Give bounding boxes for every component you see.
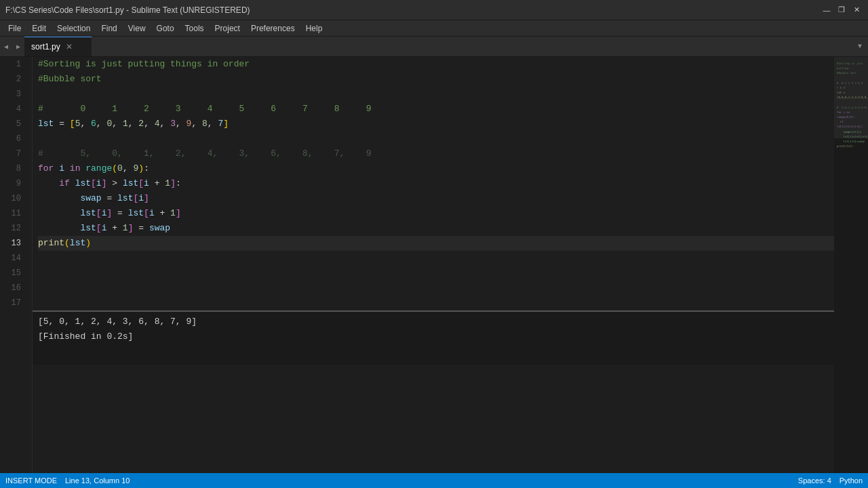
line-num-12: 12	[0, 221, 26, 236]
menu-view[interactable]: View	[123, 22, 151, 35]
title-bar: F:\CS Series\Code Files\sort1.py - Subli…	[0, 0, 868, 20]
line-numbers: 1 2 3 4 5 6 7 8 9 10 11 12 13 14 15 16 1…	[0, 57, 33, 473]
window-controls: — ❐ ✕	[821, 4, 863, 16]
code-line-4: # 0 1 2 3 4 5 6 7 8 9	[38, 102, 834, 117]
tab-nav-left[interactable]: ◀	[0, 37, 12, 56]
spaces-indicator: Spaces: 4	[798, 476, 831, 485]
menu-bar: File Edit Selection Find View Goto Tools…	[0, 20, 868, 37]
output-panel: [5, 0, 1, 2, 4, 3, 6, 8, 7, 9] [Finished…	[33, 310, 834, 365]
line-num-13: 13	[0, 236, 26, 251]
tab-label: sort1.py	[31, 42, 60, 52]
insert-mode-indicator: INSERT MODE	[5, 476, 57, 485]
tab-close-button[interactable]: ✕	[64, 42, 74, 52]
tab-bar: ◀ ▶ sort1.py ✕ ▼	[0, 37, 868, 57]
code-line-7: # 5, 0, 1, 2, 4, 3, 6, 8, 7, 9	[38, 146, 834, 161]
code-line-12: lst [ i + 1 ] = swap	[38, 221, 834, 236]
code-line-16	[38, 281, 834, 296]
window-title: F:\CS Series\Code Files\sort1.py - Subli…	[5, 5, 250, 15]
menu-file[interactable]: File	[3, 22, 26, 35]
minimize-button[interactable]: —	[821, 4, 833, 16]
code-editor[interactable]: #Sorting is just putting things in order…	[33, 57, 834, 473]
code-line-11: lst [ i ] = lst [ i + 1 ]	[38, 206, 834, 221]
line-num-7: 7	[0, 146, 26, 161]
line-num-11: 11	[0, 206, 26, 221]
status-right: Spaces: 4 Python	[798, 476, 863, 485]
code-line-17	[38, 296, 834, 310]
code-line-15	[38, 266, 834, 281]
language-indicator: Python	[840, 476, 863, 485]
line-num-8: 8	[0, 161, 26, 176]
line-num-16: 16	[0, 281, 26, 296]
tab-right-controls: ▼	[854, 37, 868, 56]
status-left: INSERT MODE Line 13, Column 10	[5, 476, 130, 485]
minimap[interactable]: #Sorting is just putting... #Bubble sort…	[834, 57, 868, 473]
menu-edit[interactable]: Edit	[26, 22, 52, 35]
status-bar: INSERT MODE Line 13, Column 10 Spaces: 4…	[0, 473, 868, 488]
code-line-13: print ( lst )	[38, 236, 834, 251]
code-line-6	[38, 131, 834, 146]
close-button[interactable]: ✕	[850, 4, 863, 16]
menu-goto[interactable]: Goto	[151, 22, 180, 35]
tab-sort1py[interactable]: sort1.py ✕	[24, 37, 92, 56]
line-col-indicator: Line 13, Column 10	[65, 476, 130, 485]
line-num-10: 10	[0, 191, 26, 206]
menu-selection[interactable]: Selection	[52, 22, 96, 35]
code-line-5: lst = [ 5 , 6 , 0 , 1 , 2 , 4 , 3 , 9 ,	[38, 117, 834, 131]
line-num-2: 2	[0, 72, 26, 87]
menu-project[interactable]: Project	[210, 22, 245, 35]
code-line-8: for i in range ( 0 , 9 ) :	[38, 161, 834, 176]
line-num-3: 3	[0, 87, 26, 102]
tab-dropdown-button[interactable]: ▼	[854, 41, 865, 52]
menu-preferences[interactable]: Preferences	[245, 22, 300, 35]
line-num-5: 5	[0, 117, 26, 131]
code-lines: #Sorting is just putting things in order…	[33, 57, 834, 310]
tab-nav-right[interactable]: ▶	[12, 37, 24, 56]
line-num-14: 14	[0, 251, 26, 266]
editor-area: 1 2 3 4 5 6 7 8 9 10 11 12 13 14 15 16 1…	[0, 57, 868, 473]
code-line-2: #Bubble sort	[38, 72, 834, 87]
code-line-14	[38, 251, 834, 266]
menu-help[interactable]: Help	[300, 22, 328, 35]
code-line-3	[38, 87, 834, 102]
line-num-17: 17	[0, 296, 26, 310]
code-line-9: if lst [ i ] > lst [ i + 1 ] :	[38, 176, 834, 191]
menu-find[interactable]: Find	[96, 22, 122, 35]
minimap-thumb	[834, 57, 868, 138]
code-line-1: #Sorting is just putting things in order	[38, 57, 834, 72]
output-line-1: [5, 0, 1, 2, 4, 3, 6, 8, 7, 9]	[38, 314, 829, 329]
line-num-15: 15	[0, 266, 26, 281]
maximize-button[interactable]: ❐	[835, 4, 848, 16]
code-line-10: swap = lst [ i ]	[38, 191, 834, 206]
menu-tools[interactable]: Tools	[180, 22, 210, 35]
line-num-4: 4	[0, 102, 26, 117]
line-num-9: 9	[0, 176, 26, 191]
line-num-1: 1	[0, 57, 26, 72]
output-line-2: [Finished in 0.2s]	[38, 329, 829, 344]
line-num-6: 6	[0, 131, 26, 146]
